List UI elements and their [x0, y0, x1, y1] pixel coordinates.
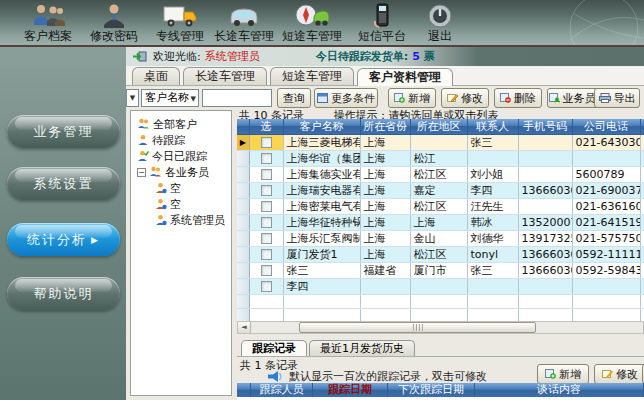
- cell-phone: 021-57575087: [572, 231, 640, 247]
- tree-item-to-follow[interactable]: 待跟踪: [131, 132, 231, 148]
- tracking-edit-button[interactable]: 修改: [594, 364, 644, 384]
- tab-tracking-records[interactable]: 跟踪记录: [241, 340, 307, 356]
- row-selector-cell: [237, 183, 249, 199]
- customer-row[interactable]: 上海华征特种锅 上海 上海 韩冰 135200071 021-64151994: [237, 215, 644, 231]
- customer-row[interactable]: 李四: [237, 279, 644, 295]
- tree-item-salesman-empty-2[interactable]: 空: [131, 196, 231, 212]
- row-checkbox[interactable]: [261, 137, 272, 148]
- tree-item-all-customers[interactable]: 全部客户: [131, 116, 231, 132]
- row-checkbox[interactable]: [261, 185, 272, 196]
- customer-row[interactable]: 上海密莱电气有 上海 松江区 汪先生 021-63616077: [237, 199, 644, 215]
- sidebar-item-business-manage[interactable]: 业务管理: [7, 115, 120, 148]
- col-name[interactable]: 客户名称: [283, 119, 360, 135]
- check-cell: [249, 167, 283, 183]
- topbar-item-longhaul-manage[interactable]: 长途车管理: [206, 0, 282, 45]
- row-checkbox[interactable]: [261, 217, 272, 228]
- topbar-label: 专线管理: [156, 29, 204, 43]
- cell-mobile: 135200071: [518, 215, 572, 231]
- sidebar-item-help[interactable]: 帮助说明: [7, 277, 120, 310]
- filter-type-dropdown[interactable]: [126, 89, 139, 107]
- col-phone[interactable]: 公司电话: [572, 119, 640, 135]
- cell-partial: [640, 215, 644, 231]
- more-conditions-label: 更多条件: [331, 91, 375, 106]
- add-icon: [545, 369, 556, 379]
- col-next-tracking-date[interactable]: 下次跟踪日期: [388, 383, 475, 397]
- cell-phone: 0592-5984328: [572, 263, 640, 279]
- customer-row[interactable]: 上海集德实业有 上海 松江区 刘小姐 5600789: [237, 167, 644, 183]
- printer-icon: [599, 93, 611, 103]
- row-checkbox[interactable]: [261, 233, 272, 244]
- topbar-item-customer-archive[interactable]: 客户档案: [10, 0, 86, 45]
- tracking-tabs-baseline: [237, 356, 644, 357]
- tab-customer-data[interactable]: 客户资料管理: [357, 68, 453, 86]
- topbar-item-change-password[interactable]: 修改密码: [76, 0, 152, 45]
- tab-desktop[interactable]: 桌面: [132, 67, 180, 85]
- sidebar-item-label: 帮助说明: [34, 285, 94, 303]
- tab-longhaul[interactable]: 长途车管理: [183, 67, 267, 85]
- topbar-item-exit[interactable]: 退出: [402, 0, 478, 45]
- search-input[interactable]: [202, 89, 272, 107]
- new-button[interactable]: 新增: [388, 88, 436, 108]
- more-conditions-button[interactable]: 更多条件: [314, 88, 378, 108]
- row-checkbox[interactable]: [261, 153, 272, 164]
- row-checkbox[interactable]: [261, 249, 272, 260]
- cell-name: 上海瑞安电器有: [283, 183, 360, 199]
- col-mobile[interactable]: 手机号码: [518, 119, 572, 135]
- row-checkbox[interactable]: [261, 265, 272, 276]
- welcome-username: 系统管理员: [205, 49, 260, 64]
- tree-item-salesman-admin[interactable]: 系统管理员: [131, 212, 231, 228]
- cell-contact: 韩冰: [467, 215, 518, 231]
- cell-mobile: 136660309: [518, 263, 572, 279]
- cell-partial: [640, 231, 644, 247]
- query-button-label: 查询: [283, 91, 305, 106]
- topbar-item-shorthaul-manage[interactable]: 短途车管理: [274, 0, 350, 45]
- cell-partial: [640, 135, 644, 151]
- tracking-new-button[interactable]: 新增: [537, 364, 589, 384]
- search-field-dropdown[interactable]: 客户名称: [141, 89, 199, 107]
- customer-row[interactable]: 上海瑞安电器有 上海 嘉定 李四 136660309 021-69003725: [237, 183, 644, 199]
- col-contact[interactable]: 联系人: [467, 119, 518, 135]
- person-badge-icon: [155, 214, 167, 226]
- customer-row[interactable]: 上海乐汇泵阀制 上海 金山 刘德华 139173255 021-57575087: [237, 231, 644, 247]
- row-selector-cell: [237, 199, 249, 215]
- cell-name: 上海三菱电梯有: [283, 135, 360, 151]
- tree-item-salesmen-group[interactable]: 各业务员: [131, 164, 231, 180]
- query-button[interactable]: 查询: [277, 88, 311, 108]
- sidebar-item-label: 业务管理: [34, 123, 94, 141]
- col-talk-content[interactable]: 谈话内容: [475, 383, 644, 397]
- cell-province: 上海: [360, 231, 410, 247]
- col-province[interactable]: 所在省份: [360, 119, 410, 135]
- tree-item-label: 今日已跟踪: [152, 149, 207, 164]
- tab-shipping-history[interactable]: 最近1月发货历史: [309, 340, 415, 356]
- sidebar-item-system-settings[interactable]: 系统设置: [7, 167, 120, 200]
- row-checkbox[interactable]: [261, 281, 272, 292]
- cell-area: 厦门市: [410, 263, 467, 279]
- customer-row[interactable]: 张三 福建省 厦门市 张三 136660309 0592-5984328: [237, 263, 644, 279]
- tab-shorthaul[interactable]: 短途车管理: [270, 67, 354, 85]
- sidebar-item-label: 统计分析: [27, 231, 87, 249]
- tree-item-salesman-empty-1[interactable]: 空: [131, 180, 231, 196]
- cell-province: 上海: [360, 135, 410, 151]
- col-area[interactable]: 所在地区: [410, 119, 467, 135]
- scrollbar-thumb[interactable]: [299, 322, 536, 333]
- customer-row[interactable]: 上海华谊（集团 上海 松江: [237, 151, 644, 167]
- delete-button[interactable]: 删除: [494, 88, 542, 108]
- cell-phone: 021-69003725: [572, 183, 640, 199]
- topbar-label: 短信平台: [358, 29, 406, 43]
- customer-row[interactable]: 厦门发货1 上海 松江区 tonyl 136660309 0592-111111…: [237, 247, 644, 263]
- sidebar-item-statistics[interactable]: 统计分析 ▶: [7, 223, 120, 256]
- grid-hscrollbar[interactable]: [237, 321, 644, 334]
- col-tracking-person[interactable]: 跟踪人员: [251, 383, 313, 397]
- scroll-left-arrow-icon[interactable]: [238, 322, 251, 333]
- row-checkbox[interactable]: [261, 169, 272, 180]
- customer-row[interactable]: 上海三菱电梯有 上海 张三 021-64303030: [237, 135, 644, 151]
- cell-area: 金山: [410, 231, 467, 247]
- edit-button[interactable]: 修改: [441, 88, 489, 108]
- tree-collapse-icon[interactable]: [137, 168, 146, 177]
- col-check[interactable]: 选: [249, 119, 283, 135]
- new-button-label: 新增: [408, 91, 430, 106]
- row-checkbox[interactable]: [261, 201, 272, 212]
- col-tracking-date[interactable]: 跟踪日期: [313, 383, 388, 397]
- export-button[interactable]: 导出: [594, 88, 640, 108]
- tree-item-followed-today[interactable]: 今日已跟踪: [131, 148, 231, 164]
